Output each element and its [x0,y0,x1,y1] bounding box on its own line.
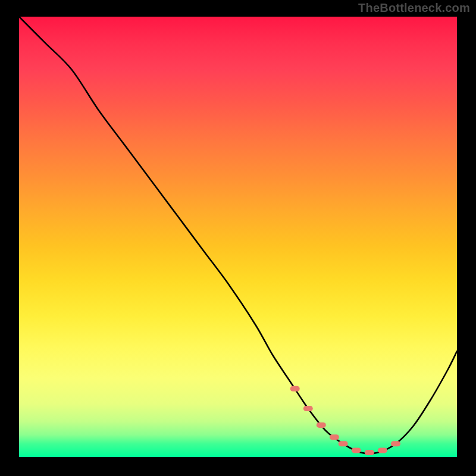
chart-frame: TheBottleneck.com [0,0,476,476]
bottleneck-curve [19,17,457,453]
curve-marker [352,447,361,453]
curve-marker [330,434,339,440]
curve-svg [19,17,457,457]
plot-area [19,17,457,457]
curve-marker [290,386,300,392]
curve-marker [339,441,348,446]
curve-marker [365,450,374,455]
curve-marker [391,441,400,446]
curve-marker [317,422,326,428]
watermark-text: TheBottleneck.com [358,1,470,15]
curve-marker [378,447,387,453]
curve-marker [303,406,313,411]
markers-group [290,386,400,455]
